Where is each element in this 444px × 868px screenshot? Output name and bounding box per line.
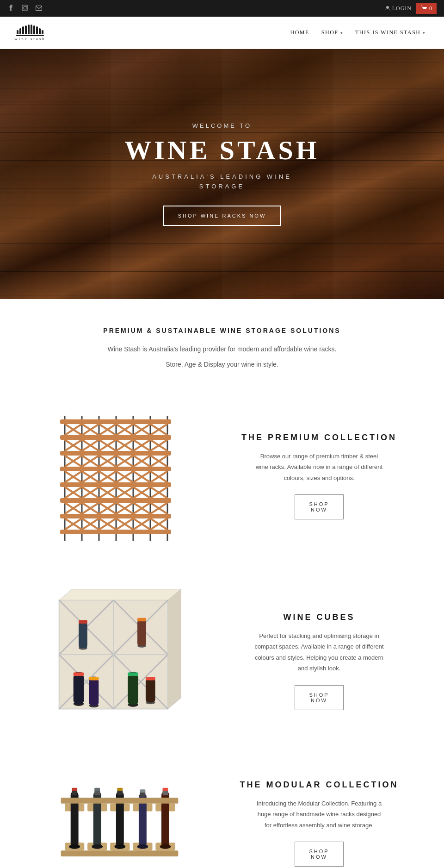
premium-shop-button[interactable]: SHOPNOW [295, 494, 343, 519]
instagram-link[interactable] [21, 4, 29, 13]
modular-desc: Introducing the Modular Collection. Feat… [254, 798, 384, 831]
modular-section: THE MODULAR COLLECTION Introducing the M… [0, 763, 444, 868]
svg-rect-132 [146, 677, 155, 681]
hero-content: WELCOME TO WINE STASH AUSTRALIA'S LEADIN… [124, 122, 320, 226]
svg-point-149 [92, 844, 103, 849]
facebook-link[interactable] [7, 4, 15, 13]
wood-plank-1 [0, 77, 444, 77]
hero-cta-button[interactable]: SHOP WINE RACKS NOW [163, 206, 281, 226]
main-nav: HOME SHOP ▾ THIS IS WINE STASH ▾ [285, 25, 430, 40]
svg-rect-118 [74, 674, 84, 704]
svg-point-161 [137, 844, 148, 849]
login-button[interactable]: LOGIN [385, 5, 412, 12]
logo[interactable]: wine stash [14, 25, 46, 41]
cubes-info: WINE CUBES Perfect for stacking and opti… [222, 612, 416, 710]
hero-title: WINE STASH [124, 135, 320, 166]
wood-plank-2 [0, 105, 444, 105]
cubes-image-wrap [28, 587, 204, 735]
svg-point-143 [69, 844, 80, 849]
email-link[interactable] [35, 4, 43, 12]
svg-rect-150 [94, 788, 100, 791]
svg-rect-0 [22, 5, 28, 11]
nav-about[interactable]: THIS IS WINE STASH ▾ [351, 25, 430, 40]
svg-rect-130 [89, 677, 99, 681]
top-bar-right: LOGIN 0 [385, 3, 437, 14]
intro-section: PREMIUM & SUSTAINABLE WINE STORAGE SOLUT… [0, 299, 444, 388]
header: wine stash HOME SHOP ▾ THIS IS WINE STAS… [0, 17, 444, 49]
cubes-shop-button[interactable]: SHOPNOW [295, 685, 343, 710]
svg-rect-168 [163, 788, 168, 791]
modular-info: THE MODULAR COLLECTION Introducing the M… [222, 780, 416, 867]
premium-collection-section: THE PREMIUM COLLECTION Browse our range … [0, 388, 444, 578]
nav-home[interactable]: HOME [285, 25, 314, 40]
intro-title: PREMIUM & SUSTAINABLE WINE STORAGE SOLUT… [18, 327, 426, 334]
svg-marker-106 [168, 589, 181, 709]
wine-cubes-section: WINE CUBES Perfect for stacking and opti… [0, 578, 444, 763]
svg-rect-162 [140, 790, 145, 793]
svg-rect-138 [137, 618, 146, 622]
svg-rect-135 [79, 620, 87, 624]
shop-chevron-icon: ▾ [340, 31, 344, 35]
svg-rect-137 [137, 620, 146, 646]
email-icon [35, 4, 43, 12]
svg-rect-134 [79, 622, 87, 648]
svg-point-167 [160, 844, 171, 849]
modular-image [42, 772, 190, 868]
social-links [7, 4, 43, 13]
modular-shop-button[interactable]: SHOPNOW [295, 842, 343, 867]
intro-line2: Store, Age & Display your wine in style. [18, 359, 426, 370]
wood-plank-8 [0, 271, 444, 272]
svg-rect-3 [36, 6, 42, 10]
hero-section: WELCOME TO WINE STASH AUSTRALIA'S LEADIN… [0, 49, 444, 299]
logo-spokes [17, 25, 43, 34]
svg-point-2 [26, 6, 27, 7]
logo-subtext: wine stash [14, 37, 46, 41]
top-bar: LOGIN 0 [0, 0, 444, 17]
premium-title: THE PREMIUM COLLECTION [222, 433, 416, 443]
intro-line1: Wine Stash is Australia's leading provid… [18, 343, 426, 355]
nav-shop[interactable]: SHOP ▾ [317, 25, 348, 40]
modular-image-wrap [28, 772, 204, 868]
wood-plank-7 [0, 244, 444, 244]
premium-info: THE PREMIUM COLLECTION Browse our range … [222, 433, 416, 519]
logo-base [16, 35, 44, 36]
wine-cube-image [42, 587, 190, 735]
modular-title: THE MODULAR COLLECTION [222, 780, 416, 790]
facebook-icon [7, 4, 15, 12]
svg-rect-129 [74, 673, 84, 676]
cubes-title: WINE CUBES [222, 612, 416, 622]
svg-rect-124 [128, 674, 138, 705]
about-chevron-icon: ▾ [423, 31, 426, 35]
svg-rect-156 [117, 788, 123, 791]
cubes-desc: Perfect for stacking and optimising stor… [254, 631, 384, 674]
instagram-icon [21, 4, 29, 12]
premium-desc: Browse our range of premium timber & ste… [254, 451, 384, 483]
premium-image-wrap [28, 402, 204, 550]
svg-rect-144 [72, 788, 77, 791]
hero-subtitle: AUSTRALIA'S LEADING WINESTORAGE [124, 172, 320, 192]
premium-wine-rack-image [42, 402, 190, 550]
svg-rect-131 [128, 673, 138, 676]
logo-icon: wine stash [14, 25, 46, 41]
svg-rect-170 [61, 798, 179, 804]
hero-welcome: WELCOME TO [124, 122, 320, 129]
svg-point-155 [114, 844, 125, 849]
cart-button[interactable]: 0 [416, 3, 437, 14]
svg-marker-105 [59, 589, 181, 600]
svg-rect-127 [146, 679, 155, 703]
svg-rect-121 [89, 679, 99, 706]
svg-rect-169 [61, 851, 179, 857]
svg-point-1 [24, 6, 26, 9]
svg-point-4 [386, 6, 389, 9]
